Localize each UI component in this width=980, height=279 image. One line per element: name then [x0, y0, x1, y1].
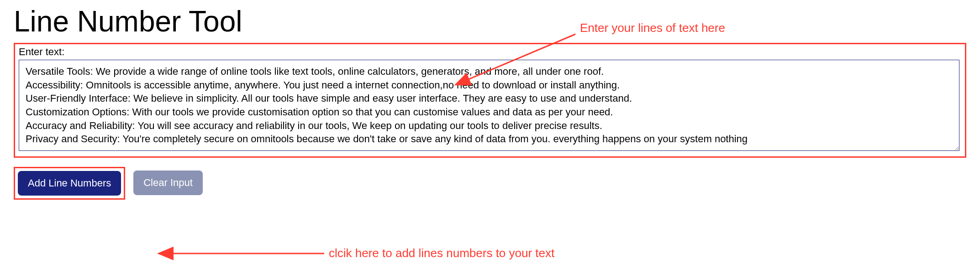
button-row: Add Line Numbers Clear Input	[14, 167, 966, 200]
add-line-numbers-button[interactable]: Add Line Numbers	[18, 171, 121, 196]
annotation-click-here: clcik here to add lines numbers to your …	[329, 246, 554, 260]
text-input[interactable]	[19, 60, 959, 151]
page-title: Line Number Tool	[14, 5, 966, 38]
add-button-highlight-box: Add Line Numbers	[14, 167, 125, 200]
input-highlight-box: Enter text:	[14, 43, 966, 158]
annotation-enter-text: Enter your lines of text here	[580, 21, 725, 35]
clear-input-button[interactable]: Clear Input	[133, 170, 203, 195]
input-label: Enter text:	[15, 44, 965, 60]
